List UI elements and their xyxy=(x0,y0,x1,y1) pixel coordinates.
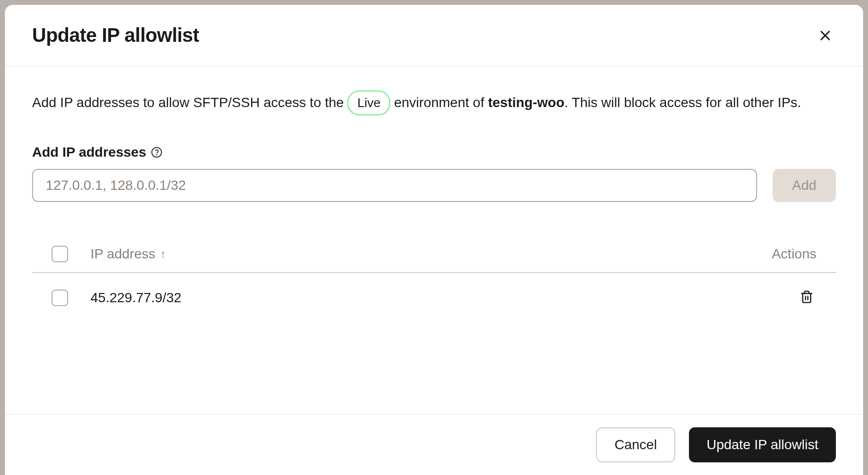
site-name: testing-woo xyxy=(488,95,564,110)
update-ip-allowlist-button[interactable]: Update IP allowlist xyxy=(689,427,836,462)
sort-ascending-icon: ↑ xyxy=(160,247,166,261)
add-ip-label: Add IP addresses xyxy=(32,145,146,160)
modal-header: Update IP allowlist xyxy=(5,5,863,66)
actions-column-header: Actions xyxy=(748,246,816,262)
cancel-button[interactable]: Cancel xyxy=(596,427,675,462)
input-row: Add xyxy=(32,169,836,202)
close-button[interactable] xyxy=(814,25,836,46)
row-checkbox[interactable] xyxy=(52,290,68,306)
close-icon xyxy=(818,29,832,42)
table-row: 45.229.77.9/32 xyxy=(32,273,836,322)
ip-address-input[interactable] xyxy=(32,169,757,202)
svg-point-3 xyxy=(157,155,157,155)
add-button[interactable]: Add xyxy=(773,169,836,202)
modal-footer: Cancel Update IP allowlist xyxy=(5,414,863,475)
modal-body: Add IP addresses to allow SFTP/SSH acces… xyxy=(5,66,863,414)
delete-button[interactable] xyxy=(797,287,816,309)
modal-description: Add IP addresses to allow SFTP/SSH acces… xyxy=(32,91,836,115)
help-icon[interactable] xyxy=(151,146,163,158)
trash-icon xyxy=(800,290,814,304)
checkbox-column xyxy=(52,246,90,262)
field-label-row: Add IP addresses xyxy=(32,145,836,160)
ip-table: IP address ↑ Actions 45.229.77.9/32 xyxy=(32,236,836,322)
ip-value: 45.229.77.9/32 xyxy=(90,290,181,306)
environment-badge: Live xyxy=(347,91,390,115)
modal-title: Update IP allowlist xyxy=(32,24,199,46)
select-all-checkbox[interactable] xyxy=(52,246,68,262)
table-header: IP address ↑ Actions xyxy=(32,236,836,273)
update-ip-allowlist-modal: Update IP allowlist Add IP addresses to … xyxy=(5,5,863,475)
ip-column-header[interactable]: IP address ↑ xyxy=(90,246,748,262)
